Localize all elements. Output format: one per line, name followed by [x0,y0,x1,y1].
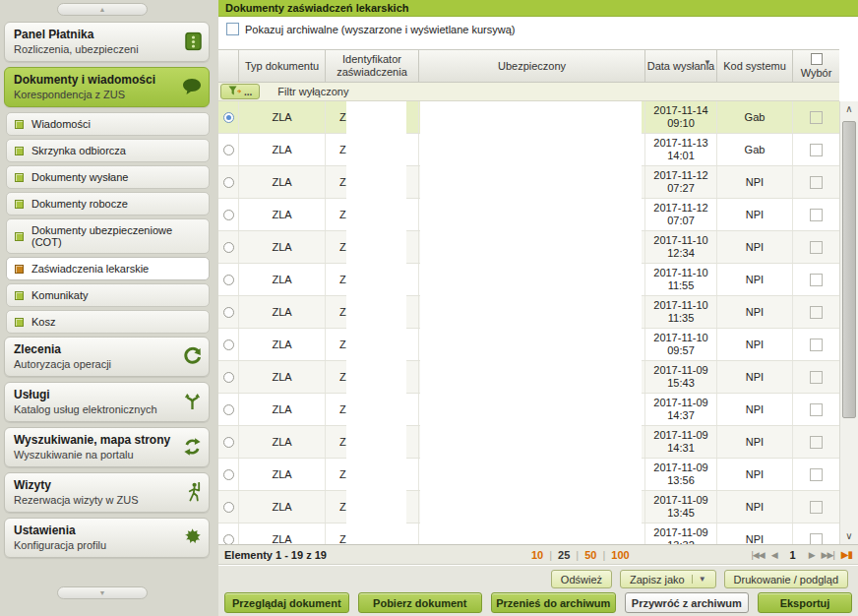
row-radio-button[interactable] [223,275,234,285]
save-as-dropdown-icon[interactable]: ▼ [692,575,706,584]
row-checkbox[interactable] [810,209,823,221]
jump-to-end-icon[interactable]: ▶▮ [841,549,852,560]
row-checkbox[interactable] [810,436,823,449]
sidebar-subitem[interactable]: Komunikaty [6,283,210,307]
sidebar-item-ustawienia[interactable]: Ustawienia Konfiguracja profilu [4,518,210,558]
action-button[interactable]: Przywróć z archiwum [625,592,750,613]
header-insured[interactable]: Ubezpieczony [418,50,644,82]
print-preview-button[interactable]: Drukowanie / podgląd [724,570,848,588]
save-as-button[interactable]: Zapisz jako ▼ [620,570,716,588]
row-radio-button[interactable] [223,307,234,318]
sent-time-value: 09:57 [667,344,695,357]
row-radio-button[interactable] [223,502,234,513]
next-page-icon[interactable]: ▶ [809,550,815,560]
page-size-link[interactable]: 100 [596,549,629,561]
action-button[interactable]: Pobierz dokument [358,592,483,613]
cell-document-type: ZLA [238,134,325,165]
sidebar-item-zlecenia[interactable]: Zlecenia Autoryzacja operacji [4,337,210,377]
table-header: Typ dokumentu Identyfikator zaświadczeni… [218,49,839,83]
row-checkbox[interactable] [810,176,823,189]
sidebar-subitem[interactable]: Kosz [6,310,210,334]
filter-button[interactable]: ... [220,84,260,99]
row-checkbox[interactable] [810,306,823,319]
row-checkbox[interactable] [810,111,823,124]
page-size-link[interactable]: 50 [570,549,596,561]
cell-sent-date: 2017-11-12 07:27 [644,166,716,198]
sidebar-subitem[interactable]: Wiadomości [6,112,210,136]
row-radio-button[interactable] [223,372,234,383]
sent-time-value: 13:45 [667,507,695,520]
row-radio-cell [218,329,238,360]
sent-date-value: 2017-11-09 [653,526,707,539]
page-size-link[interactable]: 10 [531,549,543,561]
action-buttons: Przeglądaj dokument Pobierz dokument Prz… [218,592,858,613]
sidebar-item-panel-platnika[interactable]: Panel Płatnika Rozliczenia, ubezpieczeni [4,22,210,62]
row-checkbox[interactable] [810,468,823,481]
header-selection-label: Wybór [801,67,832,80]
header-type[interactable]: Typ dokumentu [238,50,325,82]
row-radio-button[interactable] [223,210,234,220]
last-page-icon[interactable]: ▶▶| [822,550,834,560]
row-radio-button[interactable] [223,242,234,253]
sidebar-subitem[interactable]: Dokumenty ubezpieczeniowe (COT) [6,218,210,254]
subitem-label: Komunikaty [31,289,88,301]
scrollbar-up-arrow-icon[interactable]: ∧ [840,101,858,117]
row-radio-button[interactable] [223,437,234,448]
action-button[interactable]: Przeglądaj dokument [224,592,349,613]
row-radio-button[interactable] [223,469,234,480]
sidebar-scroll-up-button[interactable]: ▲ [57,3,148,16]
sent-time-value: 13:56 [667,474,695,487]
sidebar-item-uslugi[interactable]: Usługi Katalog usług elektronicznych [4,382,210,422]
page-size-link[interactable]: 25 [543,549,570,561]
row-checkbox[interactable] [810,371,823,384]
table-scrollbar[interactable]: ∧ ∨ [839,101,858,544]
cell-selection [792,296,839,328]
cell-document-type: ZLA [238,231,325,263]
row-radio-button[interactable] [223,339,234,350]
show-archived-checkbox[interactable] [226,23,239,35]
branching-arrows-icon [183,392,202,412]
sidebar-subitem[interactable]: Skrzynka odbiorcza [6,139,210,162]
cell-document-type: ZLA [238,524,325,544]
header-selection[interactable]: Wybór [792,50,839,82]
row-checkbox[interactable] [810,339,823,351]
row-checkbox[interactable] [810,144,823,156]
sidebar-item-wizyty[interactable]: Wizyty Rezerwacja wizyty w ZUS [4,472,210,513]
cell-selection [792,394,839,425]
action-button[interactable]: Eksportuj [758,592,852,613]
select-all-checkbox[interactable] [811,53,823,65]
scrollbar-down-arrow-icon[interactable]: ∨ [840,528,858,544]
filter-status-text: Filtr wyłączony [277,86,348,97]
action-button[interactable]: Przenieś do archiwum [491,592,616,613]
row-checkbox[interactable] [810,403,823,416]
previous-page-icon[interactable]: ◀ [771,550,777,560]
sidebar-item-wyszukiwanie[interactable]: Wyszukiwanie, mapa strony Wyszukiwanie n… [4,427,210,467]
row-checkbox[interactable] [810,274,823,286]
cell-document-type: ZLA [238,101,325,133]
row-checkbox[interactable] [810,241,823,254]
sidebar-subitem[interactable]: Dokumenty wysłane [6,165,210,189]
cell-selection [792,264,839,295]
row-checkbox[interactable] [810,501,823,514]
row-radio-button[interactable] [223,145,234,155]
cell-document-type: ZLA [238,296,325,328]
row-radio-button[interactable] [223,534,234,545]
sort-desc-icon[interactable]: ▼ [704,56,711,69]
row-radio-button[interactable] [223,177,234,188]
first-page-icon[interactable]: |◀◀ [751,550,764,560]
walking-person-icon [186,482,202,504]
header-system-code[interactable]: Kod systemu [716,50,792,82]
row-radio-button[interactable] [223,112,234,123]
refresh-button[interactable]: Odśwież [551,570,612,588]
header-identifier[interactable]: Identyfikator zaświadczenia [325,50,418,82]
sidebar-subitem[interactable]: Zaświadczenia lekarskie [6,257,210,280]
row-radio-button[interactable] [223,404,234,415]
sidebar-scroll-down-button[interactable]: ▼ [57,586,148,599]
sent-time-value: 09:10 [667,117,695,130]
subitem-label: Wiadomości [31,118,91,130]
sidebar-subitem[interactable]: Dokumenty robocze [6,192,210,216]
row-checkbox[interactable] [810,533,823,545]
sidebar-item-dokumenty-i-wiadomosci[interactable]: Dokumenty i wiadomości Korespondencja z … [4,67,210,107]
header-sent-date[interactable]: Data wysłania ▼ [644,50,716,82]
scrollbar-thumb[interactable] [842,121,856,418]
